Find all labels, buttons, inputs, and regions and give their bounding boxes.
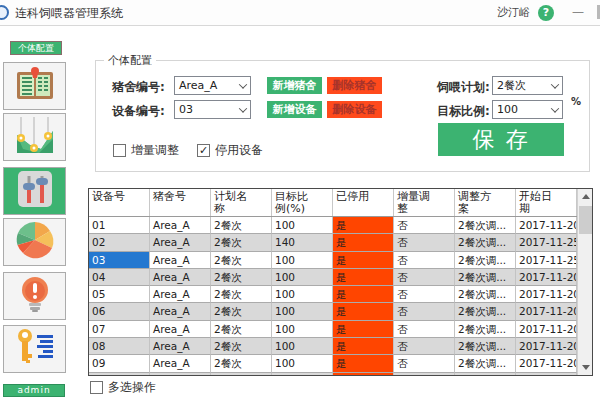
column-header[interactable]: 增量调 整 [394,189,455,216]
table-cell[interactable]: 2餐次 [211,286,272,303]
table-cell[interactable]: 2餐次 [211,303,272,320]
table-cell[interactable]: 是 [333,217,394,234]
table-cell[interactable]: 否 [394,303,455,320]
table-cell[interactable]: 100 [272,338,333,355]
table-cell[interactable]: Area_A [150,321,211,338]
add-house-button[interactable]: 新增猪舍 [267,77,322,94]
table-row[interactable]: 04Area_A2餐次100是否2餐次调...2017-11-20 [89,269,592,286]
pig-house-select[interactable]: Area_A [174,76,251,95]
sidebar-item-permissions[interactable] [3,325,66,373]
table-cell[interactable]: 2017-11-20 [516,355,577,372]
table-cell[interactable]: 2017-11-25 [516,252,577,269]
table-cell[interactable]: 是 [333,303,394,320]
table-cell[interactable]: Area_A [150,252,211,269]
table-cell[interactable]: 2017-11-20 [516,321,577,338]
table-row[interactable]: 07Area_A2餐次100是否2餐次调...2017-11-20 [89,321,592,338]
table-cell[interactable]: 02 [89,234,150,251]
table-cell[interactable]: 2餐次 [211,234,272,251]
table-cell[interactable]: 是 [333,321,394,338]
table-cell[interactable]: 100 [272,355,333,372]
increment-checkbox-box[interactable] [113,144,126,157]
table-cell[interactable]: 2餐次 [211,321,272,338]
table-cell[interactable]: 否 [394,321,455,338]
feed-plan-select[interactable]: 2餐次 [492,76,563,95]
table-cell[interactable]: 2餐次 [211,269,272,286]
table-cell[interactable]: 100 [272,373,333,376]
table-row[interactable]: 08Area_A2餐次100是否2餐次调...2017-11-20 [89,338,592,355]
scroll-down-icon[interactable] [578,360,593,375]
table-cell[interactable]: 01 [89,217,150,234]
column-header[interactable]: 调整方 案 [455,189,516,216]
table-cell[interactable]: 否 [394,269,455,286]
stop-device-checkbox[interactable]: ✓ 停用设备 [197,142,263,159]
table-cell[interactable]: 否 [394,217,455,234]
table-cell[interactable]: 100 [272,252,333,269]
table-cell[interactable]: 是 [333,338,394,355]
table-cell[interactable]: 09 [89,355,150,372]
help-button[interactable]: ? [538,5,554,21]
table-cell[interactable]: 100 [272,217,333,234]
table-cell[interactable]: 否 [394,355,455,372]
device-select[interactable]: 03 [174,100,251,119]
table-cell[interactable]: 140 [272,234,333,251]
table-cell[interactable]: 07 [89,321,150,338]
table-cell[interactable]: 否 [394,234,455,251]
table-cell[interactable]: 是 [333,355,394,372]
table-cell[interactable]: 100 [272,286,333,303]
table-cell[interactable]: 100 [272,321,333,338]
table-cell[interactable]: 是 [333,269,394,286]
table-cell[interactable]: 2餐次调... [455,355,516,372]
save-button[interactable]: 保 存 [438,123,564,156]
table-cell[interactable]: 否 [394,252,455,269]
table-cell[interactable]: 100 [272,269,333,286]
multi-select-checkbox-box[interactable] [90,381,103,394]
table-cell[interactable]: 是 [333,373,394,376]
table-cell[interactable]: 是 [333,234,394,251]
table-cell[interactable]: 2餐次调... [455,373,516,376]
table-cell[interactable]: Area_A [150,338,211,355]
table-row[interactable]: 01Area_A2餐次100是否2餐次调...2017-11-20 [89,217,592,234]
table-row[interactable]: 02Area_A2餐次140是否2餐次调...2017-11-25 [89,234,592,251]
column-header[interactable]: 已停用 [333,189,394,216]
sidebar-item-alerts[interactable] [3,272,66,320]
column-header[interactable]: 目标比 例(%) [272,189,333,216]
table-cell[interactable]: Area_A [150,286,211,303]
sidebar-item-statistics[interactable] [3,218,66,266]
column-header[interactable]: 设备号 [89,189,150,216]
table-cell[interactable]: 2餐次调... [455,217,516,234]
table-cell[interactable]: 2017-11-20 [516,269,577,286]
sidebar-item-individual-config[interactable] [3,167,66,215]
table-cell[interactable]: 2餐次调... [455,269,516,286]
table-row[interactable]: 06Area_A2餐次100是否2餐次调...2017-11-20 [89,303,592,320]
table-cell[interactable]: 100 [272,303,333,320]
table-cell[interactable]: Area_A [150,234,211,251]
table-cell[interactable]: 2餐次 [211,355,272,372]
table-cell[interactable]: 是 [333,252,394,269]
scroll-up-icon[interactable] [578,189,593,204]
scrollbar-thumb[interactable] [579,206,592,234]
sidebar-item-plan-config[interactable] [3,62,66,110]
table-cell[interactable]: 2017-11-25 [516,234,577,251]
table-cell[interactable]: 是 [333,286,394,303]
add-device-button[interactable]: 新增设备 [267,101,322,118]
table-cell[interactable]: 否 [394,338,455,355]
table-cell[interactable]: Area_A [150,269,211,286]
table-cell[interactable]: 2017-11-20 [516,217,577,234]
table-cell[interactable]: 2餐次 [211,252,272,269]
table-row[interactable]: 05Area_A2餐次100是否2餐次调...2017-11-20 [89,286,592,303]
table-row[interactable]: 09Area_A2餐次100是否2餐次调...2017-11-20 [89,355,592,372]
table-cell[interactable]: 2017-11-20 [516,373,577,376]
table-cell[interactable]: 2餐次调... [455,286,516,303]
column-header[interactable]: 猪舍号 [150,189,211,216]
table-cell[interactable]: 10 [89,373,150,376]
table-row[interactable]: 10Area_A2餐次100是否2餐次调...2017-11-20 [89,373,592,376]
table-cell[interactable]: 2017-11-20 [516,303,577,320]
table-cell[interactable]: 2餐次调... [455,321,516,338]
table-cell[interactable]: 2餐次调... [455,234,516,251]
table-cell[interactable]: 2017-11-20 [516,338,577,355]
table-cell[interactable]: Area_A [150,355,211,372]
table-cell[interactable]: 04 [89,269,150,286]
minimize-button[interactable]: — [567,0,589,26]
table-cell[interactable]: Area_A [150,373,211,376]
table-cell[interactable]: 2017-11-20 [516,286,577,303]
